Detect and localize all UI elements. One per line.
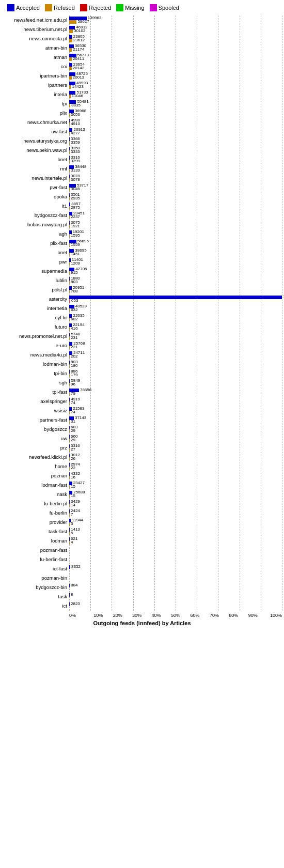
bars-row: 119445 xyxy=(69,519,282,526)
bar-line-accepted: 2974 xyxy=(69,463,282,467)
row-label: coi xyxy=(2,64,69,69)
bars-row: 2158374 xyxy=(69,407,282,414)
bar-area: 297422 xyxy=(69,462,282,471)
bars-row: 342914 xyxy=(69,500,282,507)
bar-line-other: 708 xyxy=(69,290,282,293)
bar-line-other: 602 xyxy=(69,318,282,321)
bar-numbers-bottom: 2875 xyxy=(71,206,80,210)
table-row: bydgoszcz-bin884 xyxy=(2,583,282,592)
bar-segment-accepted xyxy=(69,463,70,467)
bar-segment-accepted xyxy=(69,193,70,197)
bar-line-accepted: 8352 xyxy=(69,565,282,569)
bar-area: 301226 xyxy=(69,453,282,461)
row-label: it1 xyxy=(2,203,69,209)
table-row: plix-fast566961559 xyxy=(2,239,282,247)
bar-line-accepted: 37143 xyxy=(69,416,282,420)
bar-numbers-bottom: 1559 xyxy=(71,243,80,247)
table-row: internetia40529632 xyxy=(2,304,282,313)
row-label: supermedia xyxy=(2,268,69,274)
bar-line-accepted: 21583 xyxy=(69,407,282,411)
bar-line-other: 11046 xyxy=(69,95,282,98)
x-axis: 0%10%20%30%40%50%60%70%80%90%100% xyxy=(2,613,282,618)
bar-segment-refused xyxy=(69,392,70,396)
bar-line-accepted: 3012 xyxy=(69,454,282,457)
bars-row: 60329 xyxy=(69,426,282,433)
table-row: bydgoszcz-fast234512237 xyxy=(2,211,282,220)
bar-area xyxy=(69,574,282,582)
bar-segment-accepted xyxy=(69,593,70,597)
table-row: home297422 xyxy=(2,462,282,471)
bar-line-other: 231 xyxy=(69,336,282,340)
bar-line-accepted: 139963 xyxy=(69,17,282,20)
bars-row: 25768221 xyxy=(69,342,282,349)
row-label: news.eturystyka.org xyxy=(2,138,69,144)
row-label: nask xyxy=(2,491,69,497)
legend: Accepted Refused Rejected Missing Spoole… xyxy=(2,4,282,11)
table-row: news.intertele.pl30783078 xyxy=(2,174,282,182)
legend-missing: Missing xyxy=(116,4,144,11)
bar-numbers-bottom: 3359 xyxy=(71,141,80,145)
bars-row: 384483133 xyxy=(69,165,282,173)
table-row: lublin1880803 xyxy=(2,276,282,285)
legend-missing-box xyxy=(116,4,123,11)
table-row: plix369685056 xyxy=(2,109,282,117)
table-row: news.connecta.pl2380523612 xyxy=(2,34,282,43)
table-row: pwr-fast537173045 xyxy=(2,183,282,192)
bar-segment-refused xyxy=(69,95,71,98)
row-label: axelspringer xyxy=(2,398,69,404)
bar-segment-refused xyxy=(69,448,70,452)
bar-line-accepted: 23654 xyxy=(69,63,282,67)
bar-segment-refused xyxy=(69,160,70,163)
bars-row: 8 xyxy=(69,593,282,600)
row-label: opoka xyxy=(2,194,69,199)
table-row: pozman-fast xyxy=(2,546,282,554)
bars-row: 5173311046 xyxy=(69,91,282,98)
bar-line-other: 1595 xyxy=(69,234,282,238)
bar-line-other: 3045 xyxy=(69,188,282,191)
table-row: news.promontel.net.pl5748231 xyxy=(2,332,282,340)
bar-area: 803180 xyxy=(69,360,282,368)
bar-segment-accepted xyxy=(69,509,70,513)
bar-segment-refused xyxy=(69,429,70,433)
row-label: news.connecta.pl xyxy=(2,36,69,41)
bar-area: 114011209 xyxy=(69,257,282,266)
table-row: polsl.pl20951708 xyxy=(2,285,282,294)
bar-numbers-bottom: 4 xyxy=(71,540,73,545)
bar-area: 331627 xyxy=(69,443,282,452)
bar-area: 537173045 xyxy=(69,183,282,192)
bar-segment-accepted xyxy=(69,147,70,150)
row-label: provider xyxy=(2,519,69,525)
table-row: task8 xyxy=(2,592,282,601)
bar-line-other: 4277 xyxy=(69,132,282,135)
bar-numbers-bottom: 632 xyxy=(71,308,77,313)
table-row: news.tiberium.net.pl4691230102 xyxy=(2,25,282,34)
bar-area: 5748231 xyxy=(69,332,282,340)
bar-area: 14135 xyxy=(69,527,282,536)
bar-segment-refused xyxy=(69,225,70,228)
bar-segment-refused xyxy=(69,215,70,219)
row-label: e-uro xyxy=(2,343,69,348)
bar-line-accepted: 25768 xyxy=(69,342,282,346)
bar-segment-spooled xyxy=(70,299,70,303)
bar-line-other: 16 xyxy=(69,476,282,479)
table-row: task-fast14135 xyxy=(2,527,282,536)
row-label: pwr-fast xyxy=(2,184,69,190)
bar-numbers-bottom: 59627 xyxy=(77,20,89,24)
row-label: atman-bin xyxy=(2,45,69,51)
bar-line-accepted: 40529 xyxy=(69,305,282,308)
bar-area: 4872520013 xyxy=(69,71,282,80)
bar-segment-refused xyxy=(69,39,72,42)
row-label: lodman-bin xyxy=(2,361,69,367)
row-label: fu-berlin xyxy=(2,510,69,516)
bars-row: 6214 xyxy=(69,537,282,545)
row-label: task-fast xyxy=(2,529,69,534)
bar-numbers-bottom: 22 xyxy=(71,466,75,471)
bar-segment-accepted xyxy=(69,435,70,439)
bar-segment-refused xyxy=(69,439,70,442)
bar-area: 5173311046 xyxy=(69,90,282,99)
bar-line-accepted: 886 xyxy=(69,370,282,374)
bar-numbers-bottom: 11046 xyxy=(72,94,83,99)
bar-segment-accepted xyxy=(69,537,70,541)
bar-segment-refused xyxy=(69,327,70,331)
bar-line-other: 79 xyxy=(69,392,282,396)
